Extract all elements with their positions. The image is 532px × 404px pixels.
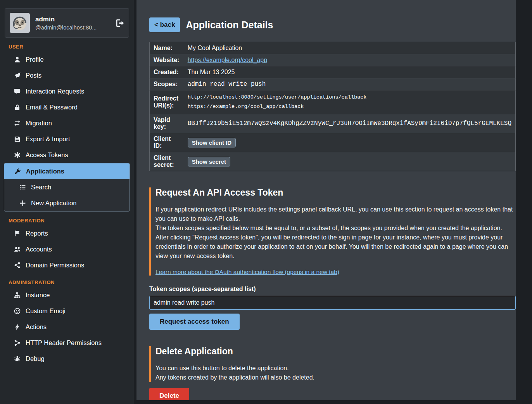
comment-icon xyxy=(14,88,21,95)
application-details-table: Name: My Cool Application Website: https… xyxy=(149,42,516,171)
app-root: admin @admin@localhost:80... USER Profil… xyxy=(0,0,532,404)
users-icon xyxy=(14,246,21,253)
user-info: admin @admin@localhost:80... xyxy=(35,16,97,31)
page-title: Application Details xyxy=(186,19,273,31)
network-nodes-icon xyxy=(14,340,21,347)
detail-label: Website: xyxy=(150,54,184,66)
detail-value: Show client ID xyxy=(184,133,516,152)
token-scopes-label: Token scopes (space-separated list) xyxy=(149,286,516,293)
lock-icon xyxy=(14,104,21,111)
delete-application-paragraph: You can use this button to delete the ap… xyxy=(155,364,516,373)
smiley-icon xyxy=(14,308,21,315)
detail-row-scopes: Scopes: admin read write push xyxy=(150,78,516,90)
detail-value: Thu Mar 13 2025 xyxy=(184,66,516,78)
detail-label: Name: xyxy=(150,42,184,54)
sidebar-item-label: Profile xyxy=(26,56,44,63)
detail-row-client-secret: Client secret: Show secret xyxy=(150,152,516,171)
user-card[interactable]: admin @admin@localhost:80... xyxy=(5,8,129,38)
delete-application-heading: Delete Application xyxy=(155,346,516,357)
logout-icon[interactable] xyxy=(115,19,124,28)
sidebar-item-profile[interactable]: Profile xyxy=(4,52,130,68)
paper-plane-icon xyxy=(14,72,21,79)
sidebar-item-instance[interactable]: Instance xyxy=(4,287,130,303)
sidebar-item-debug[interactable]: Debug xyxy=(4,351,130,367)
sidebar-item-label: New Application xyxy=(31,199,76,207)
sidebar-item-label: Access Tokens xyxy=(26,151,68,159)
sidebar-item-label: Instance xyxy=(26,291,50,299)
show-client-id-button[interactable]: Show client ID xyxy=(188,138,236,147)
sidebar-item-label: Applications xyxy=(26,168,64,175)
sidebar-item-label: Domain Permissions xyxy=(26,262,84,269)
floppy-disk-icon xyxy=(14,136,21,143)
user-icon xyxy=(14,56,21,63)
detail-value: Show secret xyxy=(184,152,516,171)
show-secret-button[interactable]: Show secret xyxy=(188,157,230,166)
sidebar-item-http-header-permissions[interactable]: HTTP Header Permissions xyxy=(4,335,130,351)
detail-value: https://example.org/cool_app xyxy=(184,54,516,66)
sidebar-item-email-password[interactable]: Email & Password xyxy=(4,99,130,115)
detail-row-client-id: Client ID: Show client ID xyxy=(150,133,516,152)
detail-value: BBJffJ219b5iE512m7wQSzv4KgKDhgZZVzNyWC_r… xyxy=(184,114,516,133)
sidebar-item-label: Actions xyxy=(26,323,47,331)
request-token-heading: Request An API Access Token xyxy=(155,187,516,198)
sidebar-item-reports[interactable]: Reports xyxy=(4,225,130,241)
sidebar-item-applications-search[interactable]: Search xyxy=(4,179,130,195)
sidebar-item-interaction-requests[interactable]: Interaction Requests xyxy=(4,83,130,99)
detail-label: Vapid key: xyxy=(150,114,184,133)
share-nodes-icon xyxy=(14,262,21,269)
detail-value: My Cool Application xyxy=(184,42,516,54)
tools-icon xyxy=(14,168,21,175)
sidebar-item-posts[interactable]: Posts xyxy=(4,68,130,83)
sidebar-item-export-import[interactable]: Export & Import xyxy=(4,131,130,147)
detail-row-created: Created: Thu Mar 13 2025 xyxy=(150,66,516,78)
back-button[interactable]: < back xyxy=(149,17,180,32)
delete-button[interactable]: Delete xyxy=(149,388,189,400)
sidebar-item-domain-permissions[interactable]: Domain Permissions xyxy=(4,257,130,273)
website-link[interactable]: https://example.org/cool_app xyxy=(188,57,267,63)
sidebar-item-label: HTTP Header Permissions xyxy=(26,339,102,347)
oauth-docs-link[interactable]: Learn more about the OAuth authenticatio… xyxy=(155,269,339,276)
plus-icon xyxy=(19,200,26,207)
sidebar-item-label: Posts xyxy=(26,72,41,79)
detail-label: Scopes: xyxy=(150,78,184,90)
sidebar-item-migration[interactable]: Migration xyxy=(4,115,130,131)
user-handle: @admin@localhost:80... xyxy=(35,24,97,31)
sidebar-item-accounts[interactable]: Accounts xyxy=(4,241,130,257)
section-header-administration: ADMINISTRATION xyxy=(9,279,134,285)
detail-label: Client ID: xyxy=(150,133,184,152)
bug-icon xyxy=(14,355,21,362)
sidebar-item-label: Export & Import xyxy=(26,135,70,143)
sidebar-item-label: Interaction Requests xyxy=(26,88,84,95)
detail-label: Created: xyxy=(150,66,184,78)
detail-label: Client secret: xyxy=(150,152,184,171)
detail-row-redirect-uris: Redirect URI(s): http://localhost:8080/s… xyxy=(150,90,516,114)
user-name: admin xyxy=(35,16,97,23)
sidebar-item-label: Reports xyxy=(26,230,48,237)
token-scopes-input[interactable] xyxy=(149,296,516,310)
sidebar: admin @admin@localhost:80... USER Profil… xyxy=(0,0,134,404)
sidebar-item-applications[interactable]: Applications xyxy=(4,163,130,179)
sidebar-item-custom-emoji[interactable]: Custom Emoji xyxy=(4,303,130,319)
sidebar-item-access-tokens[interactable]: Access Tokens xyxy=(4,147,130,163)
section-header-moderation: MODERATION xyxy=(9,218,134,224)
avatar xyxy=(10,13,30,33)
detail-row-website: Website: https://example.org/cool_app xyxy=(150,54,516,66)
delete-application-section: Delete Application You can use this butt… xyxy=(149,346,516,382)
request-token-paragraph: If your application redirect URIs includ… xyxy=(155,205,516,224)
certificate-icon xyxy=(14,152,21,159)
sidebar-item-label: Migration xyxy=(26,120,52,127)
request-access-token-button[interactable]: Request access token xyxy=(149,314,240,330)
request-token-section: Request An API Access Token If your appl… xyxy=(149,187,516,276)
list-icon xyxy=(19,184,26,191)
bolt-icon xyxy=(14,324,21,331)
redirect-uri-line: http://localhost:8080/settings/user/appl… xyxy=(188,93,511,102)
detail-label: Redirect URI(s): xyxy=(150,90,184,114)
sidebar-item-label: Email & Password xyxy=(26,104,78,111)
section-header-user: USER xyxy=(9,44,134,50)
detail-value: http://localhost:8080/settings/user/appl… xyxy=(184,90,516,114)
sidebar-item-new-application[interactable]: New Application xyxy=(4,195,130,211)
main-area: < back Application Details Name: My Cool… xyxy=(134,0,532,404)
sidebar-item-actions[interactable]: Actions xyxy=(4,319,130,335)
detail-row-vapid-key: Vapid key: BBJffJ219b5iE512m7wQSzv4KgKDh… xyxy=(150,114,516,133)
applications-group: Applications Search New Application xyxy=(4,163,130,212)
